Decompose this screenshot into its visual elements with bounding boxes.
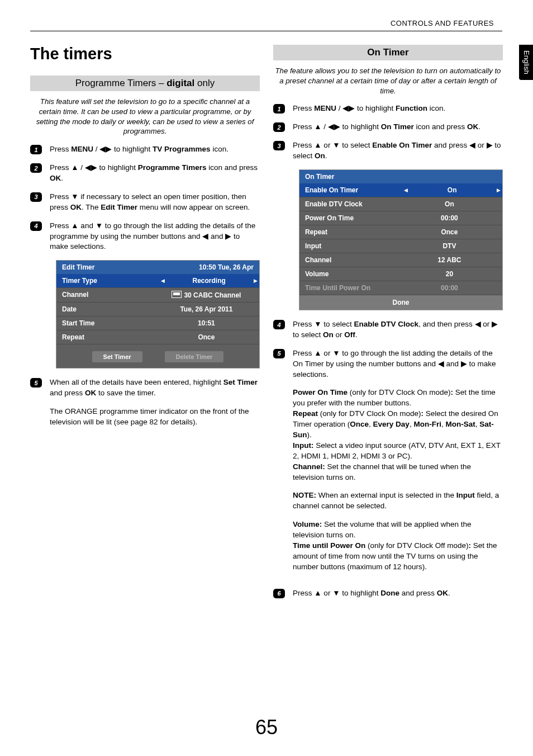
t: OK [437, 589, 448, 597]
osd-row: Enable DTV ClockOn [299, 197, 502, 211]
lbl: Channel [56, 288, 154, 302]
t: ). [307, 431, 312, 439]
osd-row: RepeatOnce [299, 225, 502, 239]
left-column: The timers Programme Timers – digital on… [30, 45, 260, 607]
osd-title: On Timer [305, 173, 334, 181]
osd-row: InputDTV [299, 239, 502, 253]
t: . [355, 330, 358, 339]
osd-button-row: Set Timer Delete Timer [56, 344, 259, 368]
left-arrow-icon: ◀ [159, 278, 166, 284]
set-timer-button: Set Timer [92, 351, 142, 362]
t: : [451, 388, 455, 396]
lbl: Timer Type [56, 274, 159, 287]
bar-bold: digital [166, 78, 194, 88]
val: Once [397, 225, 502, 239]
t: The ORANGE programme timer indicator on … [50, 407, 260, 428]
step-2: 2 Press ▲ / ◀▶ to highlight On Timer ico… [273, 122, 503, 133]
page-header: CONTROLS AND FEATURES [0, 0, 533, 31]
t: OK [50, 174, 61, 182]
t: Power On Time [293, 388, 348, 396]
t: On [315, 152, 325, 160]
intro-text: This feature will set the television to … [30, 97, 260, 136]
t: Function [396, 104, 427, 112]
t: icon. [427, 104, 445, 112]
osd-clock: 10:50 Tue, 26 Apr [199, 263, 254, 271]
t: When all of the details have been entere… [50, 378, 223, 386]
osd-row: Start Time10:51 [56, 316, 259, 330]
left-arrow-icon: ◀ [402, 187, 410, 193]
t: Repeat [293, 409, 318, 418]
step-4: 4 Press ▼ to select Enable DTV Clock, an… [273, 319, 503, 341]
t: Mon-Fri [413, 420, 441, 428]
t: TV Programmes [153, 145, 211, 153]
t: Press ▼ to select [293, 320, 354, 328]
t: Programme Timers [138, 163, 207, 172]
t: NOTE: [293, 491, 316, 499]
t: Press ▲ or ▼ to highlight [293, 589, 380, 597]
lbl: Input [299, 239, 397, 253]
osd-row-selected: Enable On Timer ◀ On ▶ [299, 183, 502, 197]
step-3: 3 Press ▲ or ▼ to select Enable On Timer… [273, 140, 503, 162]
bar-text2: only [194, 78, 215, 88]
right-arrow-icon: ▶ [251, 278, 259, 284]
t: . [478, 122, 480, 131]
t: (only for DTV Clock Off mode) [365, 541, 468, 550]
t: Press ▲ / ◀▶ to highlight [50, 163, 138, 172]
t: Done [380, 589, 399, 597]
step-badge: 4 [30, 221, 42, 231]
page-title: The timers [30, 45, 260, 63]
lbl: Channel [299, 253, 397, 267]
t: Every Day [373, 420, 410, 428]
osd-title: Edit Timer [62, 263, 94, 271]
t: When an external input is selected in th… [316, 491, 456, 499]
osd-row: Volume20 [299, 267, 502, 281]
t: MENU [71, 145, 93, 153]
t: Off [344, 330, 355, 339]
step-badge: 2 [30, 163, 42, 173]
t: icon. [211, 145, 229, 153]
intro-text: The feature allows you to set the televi… [273, 66, 503, 96]
val: 00:00 [397, 281, 502, 295]
t: (only for DTV Clock On mode) [348, 388, 451, 396]
osd-edit-timer: Edit Timer 10:50 Tue, 26 Apr Timer Type … [56, 260, 260, 368]
osd-title-row: Edit Timer 10:50 Tue, 26 Apr [56, 261, 259, 274]
t: Input [456, 491, 475, 499]
val: Tue, 26 Apr 2011 [154, 303, 259, 316]
step-5: 5 When all of the details have been ente… [30, 377, 260, 428]
step-badge: 2 [273, 122, 285, 132]
val: 30 CABC Channel [154, 288, 259, 302]
val: 12 ABC [397, 253, 502, 267]
t: : [469, 541, 473, 550]
t: menu will now appear on screen. [137, 203, 250, 211]
val: Recording [166, 274, 251, 287]
section-bar-on-timer: On Timer [273, 45, 503, 60]
lbl: Repeat [56, 330, 154, 344]
t: OK [85, 389, 96, 397]
t: Once [350, 420, 369, 428]
step-badge: 1 [273, 104, 285, 114]
t: Select a video input source (ATV, DTV An… [293, 441, 501, 460]
t: OK [70, 203, 82, 211]
t: icon and press [414, 122, 467, 131]
t: On [323, 330, 334, 339]
t: Press [293, 104, 314, 112]
step-1: 1 Press MENU / ◀▶ to highlight Function … [273, 103, 503, 114]
right-column: On Timer The feature allows you to set t… [273, 45, 503, 607]
t: / ◀▶ to highlight [93, 145, 153, 153]
t: icon and press [207, 163, 258, 172]
step-badge: 1 [30, 145, 42, 154]
t: . The [82, 203, 101, 211]
osd-row: Channel 30 CABC Channel [56, 287, 259, 302]
t: or [334, 330, 345, 339]
lbl: Time Until Power On [299, 281, 397, 295]
t: OK [467, 122, 478, 131]
lbl: Volume [299, 267, 397, 281]
t: and press [399, 589, 437, 597]
t: Input: [293, 441, 313, 450]
delete-timer-button: Delete Timer [165, 351, 224, 362]
t: Press ▲ / ◀▶ to highlight [293, 122, 381, 131]
step-5: 5 Press ▲ or ▼ to go through the list ad… [273, 348, 503, 580]
osd-row: Channel12 ABC [299, 253, 502, 267]
t: Press ▲ or ▼ to select [293, 141, 372, 149]
t: Volume: [293, 520, 322, 528]
